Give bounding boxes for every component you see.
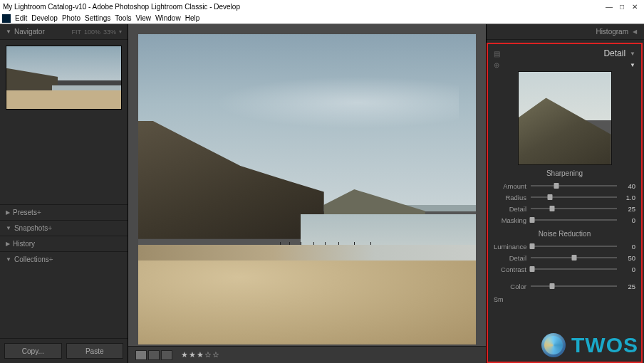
plus-icon[interactable]: + — [48, 224, 52, 232]
menu-tools[interactable]: Tools — [115, 14, 131, 22]
panel-label: Snapshots — [14, 224, 48, 232]
target-icon[interactable]: ⊕ — [494, 61, 499, 69]
detail-zoom-preview[interactable] — [518, 71, 612, 165]
close-button[interactable]: ✕ — [628, 3, 641, 11]
chevron-down-icon: ▼ — [6, 256, 11, 263]
rating-display[interactable]: ★★★☆☆ — [181, 350, 220, 359]
panel-label: History — [13, 240, 35, 248]
slider-detail-noise[interactable]: Detail 50 — [494, 252, 635, 263]
copy-button[interactable]: Copy... — [4, 343, 62, 359]
navigator-header[interactable]: ▼ Navigator FIT 100% 33% ▾ — [0, 24, 128, 40]
panel-collections[interactable]: ▼ Collections + — [0, 251, 128, 267]
chevron-right-icon: ▶ — [6, 209, 10, 216]
slider-contrast[interactable]: Contrast 0 — [494, 263, 635, 275]
slider-amount[interactable]: Amount 40 — [494, 180, 635, 191]
slider-color[interactable]: Color 25 — [494, 280, 635, 292]
grid-view-icon[interactable] — [161, 350, 172, 360]
before-after-icon[interactable] — [148, 350, 160, 360]
noise-reduction-title: Noise Reduction — [494, 230, 635, 238]
window-title: My Lightroom Catalog-v10 - Adobe Photosh… — [3, 3, 240, 11]
develop-view: ★★★☆☆ — [128, 24, 486, 363]
menu-edit[interactable]: Edit — [15, 14, 27, 22]
watermark: TWOS — [541, 333, 638, 357]
bottom-toolbar: ★★★☆☆ — [128, 346, 486, 363]
chevron-down-icon: ▼ — [630, 51, 635, 57]
panel-presets[interactable]: ▶ Presets + — [0, 204, 128, 220]
panel-label: Presets — [13, 209, 37, 216]
zoom-100[interactable]: 100% — [84, 28, 100, 36]
slider-detail-sharp[interactable]: Detail 25 — [494, 203, 635, 214]
chevron-left-icon: ◀ — [633, 28, 637, 35]
chevron-down-icon: ▼ — [6, 28, 11, 35]
loupe-view-icon[interactable] — [135, 350, 147, 360]
slider-masking[interactable]: Masking 0 — [494, 214, 635, 226]
main-photo-canvas[interactable] — [138, 34, 476, 344]
app-icon — [2, 14, 11, 23]
minimize-button[interactable]: — — [603, 3, 616, 11]
lightbulb-icon — [541, 333, 566, 357]
chevron-down-icon[interactable]: ▼ — [630, 62, 635, 68]
panel-detail: ▤ Detail ▼ ⊕ ▼ Sharpening Amount 40 Radi… — [487, 43, 643, 363]
menu-settings[interactable]: Settings — [85, 14, 110, 22]
window-title-bar: My Lightroom Catalog-v10 - Adobe Photosh… — [0, 0, 644, 13]
panel-snapshots[interactable]: ▼ Snapshots + — [0, 220, 128, 236]
right-panel: Histogram ◀ ▤ Detail ▼ ⊕ ▼ Sharpening Am… — [486, 24, 644, 363]
paste-button[interactable]: Paste — [66, 343, 124, 359]
menu-develop[interactable]: Develop — [31, 14, 58, 22]
zoom-fit[interactable]: FIT — [71, 28, 81, 36]
plus-icon[interactable]: + — [49, 256, 53, 263]
slider-radius[interactable]: Radius 1.0 — [494, 191, 635, 203]
menu-window[interactable]: Window — [155, 14, 181, 22]
navigator-thumbnail[interactable] — [6, 46, 122, 110]
slider-luminance[interactable]: Luminance 0 — [494, 241, 635, 252]
plus-icon[interactable]: + — [37, 209, 41, 216]
menu-help[interactable]: Help — [185, 14, 200, 22]
chevron-right-icon: ▶ — [6, 241, 10, 247]
panel-histogram[interactable]: Histogram ◀ — [487, 24, 644, 40]
menu-photo[interactable]: Photo — [62, 14, 80, 22]
sharpening-title: Sharpening — [494, 169, 635, 177]
maximize-button[interactable]: □ — [616, 3, 628, 11]
menu-view[interactable]: View — [136, 14, 152, 22]
sm-label: Sm — [494, 296, 635, 303]
panel-history[interactable]: ▶ History — [0, 236, 128, 251]
chevron-down-icon: ▼ — [6, 225, 11, 231]
zoom-33[interactable]: 33% — [103, 28, 116, 36]
panel-switch-icon[interactable]: ▤ — [494, 50, 500, 58]
menu-bar: Edit Develop Photo Settings Tools View W… — [0, 13, 644, 24]
detail-title[interactable]: Detail — [603, 48, 625, 58]
panel-label: Collections — [14, 256, 49, 263]
panel-label: Histogram — [596, 28, 628, 36]
navigator-label: Navigator — [14, 28, 45, 36]
chevron-down-icon[interactable]: ▾ — [119, 28, 122, 35]
left-panel: ▼ Navigator FIT 100% 33% ▾ ▶ Presets + ▼… — [0, 24, 128, 363]
watermark-text: TWOS — [571, 333, 638, 357]
